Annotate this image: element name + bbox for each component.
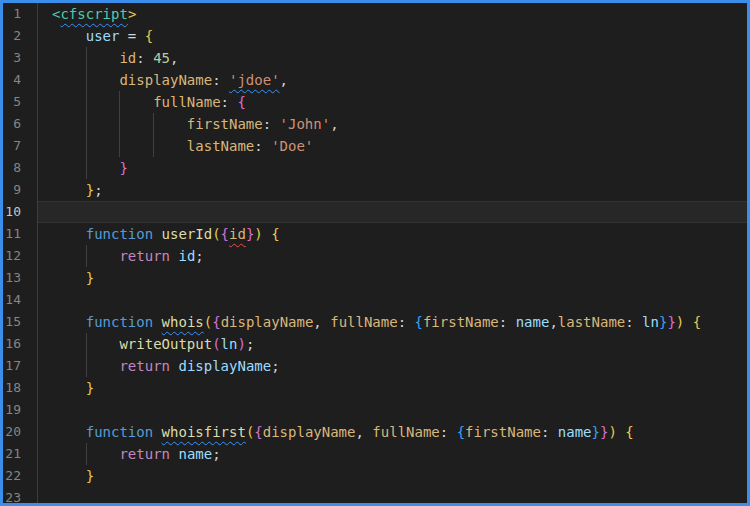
code-token: } (86, 270, 94, 286)
line-number[interactable]: 13 (3, 267, 37, 289)
code-line-20[interactable]: 20 function whoisfirst({displayName, ful… (3, 421, 747, 443)
line-number[interactable]: 15 (3, 311, 37, 333)
code-line-4[interactable]: 4 displayName: 'jdoe', (3, 69, 747, 91)
code-token: , (549, 314, 557, 330)
code-line-8[interactable]: 8 } (3, 157, 747, 179)
code-line-14[interactable]: 14 (3, 289, 747, 311)
code-token: id (119, 50, 136, 66)
line-number[interactable]: 1 (3, 3, 37, 25)
code-content (37, 289, 747, 311)
code-token: 'John' (280, 116, 331, 132)
code-line-6[interactable]: 6 firstName: 'John', (3, 113, 747, 135)
code-content: return id; (37, 245, 747, 267)
code-content (37, 487, 747, 506)
line-number[interactable]: 7 (3, 135, 37, 157)
code-token: { (221, 226, 229, 242)
line-number[interactable]: 9 (3, 179, 37, 201)
code-line-10[interactable]: 10 (3, 201, 747, 223)
line-number[interactable]: 19 (3, 399, 37, 421)
line-number[interactable]: 18 (3, 377, 37, 399)
code-line-19[interactable]: 19 (3, 399, 747, 421)
code-line-17[interactable]: 17 return displayName; (3, 355, 747, 377)
code-token: return (119, 446, 170, 462)
code-token: , (313, 314, 330, 330)
line-number[interactable]: 22 (3, 465, 37, 487)
code-token: firstName (465, 424, 541, 440)
code-token: cfscript (60, 6, 127, 22)
code-line-12[interactable]: 12 return id; (3, 245, 747, 267)
code-line-3[interactable]: 3 id: 45, (3, 47, 747, 69)
code-token: ) (608, 424, 616, 440)
line-number[interactable]: 3 (3, 47, 37, 69)
code-token: name (558, 424, 592, 440)
code-content (37, 399, 747, 421)
line-number[interactable]: 21 (3, 443, 37, 465)
code-token: displayName (178, 358, 271, 374)
code-token (52, 468, 86, 484)
code-line-21[interactable]: 21 return name; (3, 443, 747, 465)
code-token: : (212, 72, 229, 88)
code-token: : (398, 314, 415, 330)
code-token: } (86, 468, 94, 484)
code-token: fullName (330, 314, 397, 330)
code-token (617, 424, 625, 440)
code-token: { (212, 314, 220, 330)
code-line-16[interactable]: 16 writeOutput(ln); (3, 333, 747, 355)
line-number[interactable]: 16 (3, 333, 37, 355)
code-token: userId (162, 226, 213, 242)
code-editor[interactable]: 1<cfscript>2 user = {3 id: 45,4 displayN… (3, 3, 747, 506)
code-token: displayName (263, 424, 356, 440)
line-number[interactable]: 10 (3, 201, 37, 223)
indent-guide (153, 113, 154, 135)
code-token: } (119, 160, 127, 176)
code-line-1[interactable]: 1<cfscript> (3, 3, 747, 25)
code-token: , (280, 72, 288, 88)
code-line-13[interactable]: 13 } (3, 267, 747, 289)
code-token (52, 314, 86, 330)
code-line-23[interactable]: 23 (3, 487, 747, 506)
code-content: function userId({id}) { (37, 223, 747, 245)
code-content: <cfscript> (37, 3, 747, 25)
code-token: : (499, 314, 516, 330)
code-content: return name; (37, 443, 747, 465)
line-number[interactable]: 14 (3, 289, 37, 311)
code-token: ; (271, 358, 279, 374)
line-number[interactable]: 2 (3, 25, 37, 47)
code-line-22[interactable]: 22 } (3, 465, 747, 487)
indent-guide (86, 69, 87, 91)
line-number[interactable]: 20 (3, 421, 37, 443)
code-content: } (37, 267, 747, 289)
code-token: writeOutput (119, 336, 212, 352)
indent-guide (86, 135, 87, 157)
line-number[interactable]: 8 (3, 157, 37, 179)
line-number[interactable]: 6 (3, 113, 37, 135)
code-token: : (221, 94, 238, 110)
code-line-11[interactable]: 11 function userId({id}) { (3, 223, 747, 245)
code-line-9[interactable]: 9 }; (3, 179, 747, 201)
code-line-2[interactable]: 2 user = { (3, 25, 747, 47)
code-token: ( (212, 336, 220, 352)
code-content: user = { (37, 25, 747, 47)
line-number[interactable]: 5 (3, 91, 37, 113)
code-token: { (693, 314, 701, 330)
line-number[interactable]: 17 (3, 355, 37, 377)
code-line-7[interactable]: 7 lastName: 'Doe' (3, 135, 747, 157)
code-token: lastName (187, 138, 254, 154)
line-number[interactable]: 4 (3, 69, 37, 91)
code-token: firstName (423, 314, 499, 330)
code-token: : (625, 314, 642, 330)
code-content: } (37, 465, 747, 487)
code-line-15[interactable]: 15 function whois({displayName, fullName… (3, 311, 747, 333)
line-number[interactable]: 12 (3, 245, 37, 267)
code-token (52, 424, 86, 440)
code-token: { (415, 314, 423, 330)
indent-guide (86, 355, 87, 377)
code-token (263, 226, 271, 242)
code-line-5[interactable]: 5 fullName: { (3, 91, 747, 113)
indent-guide (86, 443, 87, 465)
line-number[interactable]: 23 (3, 487, 37, 506)
code-token: user (86, 28, 120, 44)
line-number[interactable]: 11 (3, 223, 37, 245)
code-line-18[interactable]: 18 } (3, 377, 747, 399)
indent-guide (119, 91, 120, 113)
